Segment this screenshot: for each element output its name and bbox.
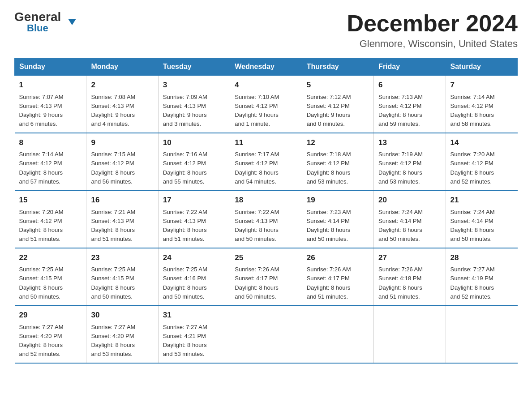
table-row: 18Sunrise: 7:22 AMSunset: 4:13 PMDayligh… xyxy=(230,190,302,248)
table-row: 14Sunrise: 7:20 AMSunset: 4:12 PMDayligh… xyxy=(446,133,517,191)
table-row: 23Sunrise: 7:25 AMSunset: 4:15 PMDayligh… xyxy=(86,248,158,306)
table-row: 22Sunrise: 7:25 AMSunset: 4:15 PMDayligh… xyxy=(15,248,86,306)
day-info: Sunrise: 7:19 AMSunset: 4:12 PMDaylight:… xyxy=(378,151,423,185)
day-number: 8 xyxy=(19,137,82,149)
page-title: December 2024 xyxy=(347,11,518,36)
day-number: 5 xyxy=(307,79,369,91)
day-info: Sunrise: 7:25 AMSunset: 4:16 PMDaylight:… xyxy=(163,266,207,300)
day-info: Sunrise: 7:14 AMSunset: 4:12 PMDaylight:… xyxy=(19,151,64,185)
col-saturday: Saturday xyxy=(446,58,517,76)
day-info: Sunrise: 7:17 AMSunset: 4:12 PMDaylight:… xyxy=(235,151,279,185)
day-info: Sunrise: 7:07 AMSunset: 4:13 PMDaylight:… xyxy=(19,94,64,128)
logo-triangle-icon xyxy=(67,17,77,27)
day-info: Sunrise: 7:25 AMSunset: 4:15 PMDaylight:… xyxy=(91,266,135,300)
day-number: 6 xyxy=(378,79,441,91)
col-thursday: Thursday xyxy=(302,58,373,76)
day-number: 24 xyxy=(163,252,225,264)
day-number: 27 xyxy=(378,252,441,264)
day-number: 4 xyxy=(235,79,297,91)
table-row: 16Sunrise: 7:21 AMSunset: 4:13 PMDayligh… xyxy=(86,190,158,248)
day-number: 14 xyxy=(450,137,513,149)
day-number: 31 xyxy=(163,309,225,321)
table-row: 1Sunrise: 7:07 AMSunset: 4:13 PMDaylight… xyxy=(15,76,86,133)
day-info: Sunrise: 7:20 AMSunset: 4:12 PMDaylight:… xyxy=(19,209,64,243)
col-wednesday: Wednesday xyxy=(230,58,302,76)
table-row: 6Sunrise: 7:13 AMSunset: 4:12 PMDaylight… xyxy=(374,76,446,133)
table-row: 28Sunrise: 7:27 AMSunset: 4:19 PMDayligh… xyxy=(446,248,517,306)
calendar-week-row: 22Sunrise: 7:25 AMSunset: 4:15 PMDayligh… xyxy=(15,248,518,306)
day-number: 1 xyxy=(19,79,82,91)
day-number: 18 xyxy=(235,194,297,206)
table-row: 11Sunrise: 7:17 AMSunset: 4:12 PMDayligh… xyxy=(230,133,302,191)
day-info: Sunrise: 7:26 AMSunset: 4:17 PMDaylight:… xyxy=(235,266,279,300)
day-info: Sunrise: 7:27 AMSunset: 4:19 PMDaylight:… xyxy=(450,266,495,300)
day-info: Sunrise: 7:26 AMSunset: 4:18 PMDaylight:… xyxy=(378,266,423,300)
day-number: 19 xyxy=(307,194,369,206)
table-row: 29Sunrise: 7:27 AMSunset: 4:20 PMDayligh… xyxy=(15,305,86,363)
table-row: 30Sunrise: 7:27 AMSunset: 4:20 PMDayligh… xyxy=(86,305,158,363)
table-row: 5Sunrise: 7:12 AMSunset: 4:12 PMDaylight… xyxy=(302,76,373,133)
day-info: Sunrise: 7:12 AMSunset: 4:12 PMDaylight:… xyxy=(307,94,351,128)
day-number: 30 xyxy=(91,309,153,321)
day-info: Sunrise: 7:14 AMSunset: 4:12 PMDaylight:… xyxy=(450,94,495,128)
table-row: 27Sunrise: 7:26 AMSunset: 4:18 PMDayligh… xyxy=(374,248,446,306)
table-row: 17Sunrise: 7:22 AMSunset: 4:13 PMDayligh… xyxy=(158,190,230,248)
table-row: 20Sunrise: 7:24 AMSunset: 4:14 PMDayligh… xyxy=(374,190,446,248)
day-number: 20 xyxy=(378,194,441,206)
table-row: 12Sunrise: 7:18 AMSunset: 4:12 PMDayligh… xyxy=(302,133,373,191)
day-info: Sunrise: 7:22 AMSunset: 4:13 PMDaylight:… xyxy=(163,209,207,243)
day-info: Sunrise: 7:27 AMSunset: 4:20 PMDaylight:… xyxy=(19,324,64,358)
table-row: 10Sunrise: 7:16 AMSunset: 4:12 PMDayligh… xyxy=(158,133,230,191)
table-row xyxy=(230,305,302,363)
table-row xyxy=(446,305,517,363)
calendar-week-row: 15Sunrise: 7:20 AMSunset: 4:12 PMDayligh… xyxy=(15,190,518,248)
table-row: 7Sunrise: 7:14 AMSunset: 4:12 PMDaylight… xyxy=(446,76,517,133)
day-info: Sunrise: 7:10 AMSunset: 4:12 PMDaylight:… xyxy=(235,94,279,128)
col-sunday: Sunday xyxy=(15,58,86,76)
calendar-table: Sunday Monday Tuesday Wednesday Thursday… xyxy=(14,58,518,364)
day-info: Sunrise: 7:09 AMSunset: 4:13 PMDaylight:… xyxy=(163,94,207,128)
day-info: Sunrise: 7:22 AMSunset: 4:13 PMDaylight:… xyxy=(235,209,279,243)
day-number: 2 xyxy=(91,79,153,91)
table-row: 3Sunrise: 7:09 AMSunset: 4:13 PMDaylight… xyxy=(158,76,230,133)
day-info: Sunrise: 7:16 AMSunset: 4:12 PMDaylight:… xyxy=(163,151,207,185)
day-number: 23 xyxy=(91,252,153,264)
day-number: 25 xyxy=(235,252,297,264)
col-friday: Friday xyxy=(374,58,446,76)
day-info: Sunrise: 7:26 AMSunset: 4:17 PMDaylight:… xyxy=(307,266,351,300)
table-row: 26Sunrise: 7:26 AMSunset: 4:17 PMDayligh… xyxy=(302,248,373,306)
day-number: 22 xyxy=(19,252,82,264)
logo-blue-text: Blue xyxy=(27,22,48,34)
day-info: Sunrise: 7:27 AMSunset: 4:21 PMDaylight:… xyxy=(163,324,207,358)
page-subtitle: Glenmore, Wisconsin, United States xyxy=(347,38,518,50)
title-block: December 2024 Glenmore, Wisconsin, Unite… xyxy=(347,11,518,50)
calendar-week-row: 1Sunrise: 7:07 AMSunset: 4:13 PMDaylight… xyxy=(15,76,518,133)
calendar-week-row: 29Sunrise: 7:27 AMSunset: 4:20 PMDayligh… xyxy=(15,305,518,363)
day-number: 16 xyxy=(91,194,153,206)
table-row: 15Sunrise: 7:20 AMSunset: 4:12 PMDayligh… xyxy=(15,190,86,248)
table-row: 31Sunrise: 7:27 AMSunset: 4:21 PMDayligh… xyxy=(158,305,230,363)
day-number: 29 xyxy=(19,309,82,321)
day-info: Sunrise: 7:15 AMSunset: 4:12 PMDaylight:… xyxy=(91,151,135,185)
col-monday: Monday xyxy=(86,58,158,76)
day-info: Sunrise: 7:18 AMSunset: 4:12 PMDaylight:… xyxy=(307,151,351,185)
day-info: Sunrise: 7:24 AMSunset: 4:14 PMDaylight:… xyxy=(378,209,423,243)
day-number: 11 xyxy=(235,137,297,149)
calendar-header-row: Sunday Monday Tuesday Wednesday Thursday… xyxy=(15,58,518,76)
day-number: 10 xyxy=(163,137,225,149)
table-row: 9Sunrise: 7:15 AMSunset: 4:12 PMDaylight… xyxy=(86,133,158,191)
day-number: 28 xyxy=(450,252,513,264)
logo: General Blue xyxy=(14,11,67,33)
page-header: General Blue December 2024 Glenmore, Wis… xyxy=(14,11,518,50)
day-info: Sunrise: 7:13 AMSunset: 4:12 PMDaylight:… xyxy=(378,94,423,128)
day-number: 13 xyxy=(378,137,441,149)
table-row: 19Sunrise: 7:23 AMSunset: 4:14 PMDayligh… xyxy=(302,190,373,248)
table-row: 25Sunrise: 7:26 AMSunset: 4:17 PMDayligh… xyxy=(230,248,302,306)
day-info: Sunrise: 7:27 AMSunset: 4:20 PMDaylight:… xyxy=(91,324,135,358)
calendar-week-row: 8Sunrise: 7:14 AMSunset: 4:12 PMDaylight… xyxy=(15,133,518,191)
day-number: 12 xyxy=(307,137,369,149)
day-number: 7 xyxy=(450,79,513,91)
day-number: 3 xyxy=(163,79,225,91)
day-info: Sunrise: 7:20 AMSunset: 4:12 PMDaylight:… xyxy=(450,151,495,185)
col-tuesday: Tuesday xyxy=(158,58,230,76)
